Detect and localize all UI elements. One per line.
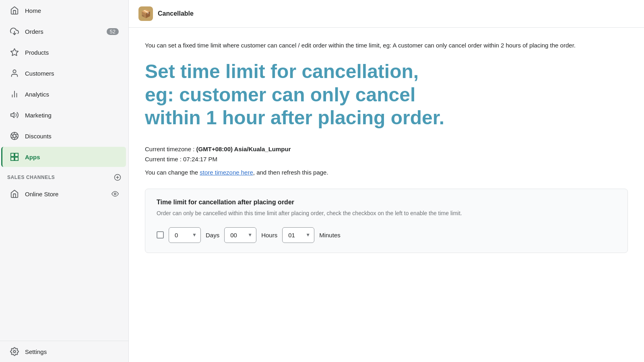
sidebar-item-discounts-label: Discounts: [25, 133, 52, 140]
svg-point-21: [114, 193, 116, 195]
svg-rect-17: [15, 157, 18, 160]
current-time-info: Current time : 07:24:17 PM: [145, 156, 628, 162]
svg-marker-1: [11, 49, 18, 56]
current-time-value: 07:24:17 PM: [183, 156, 217, 162]
sidebar-item-orders-label: Orders: [25, 28, 43, 35]
online-store-label: Online Store: [25, 191, 58, 197]
hero-text: Set time limit for cancellation, eg: cus…: [145, 60, 467, 130]
sidebar: Home Orders 52 Products Customers: [0, 0, 129, 362]
sidebar-item-home[interactable]: Home: [2, 0, 126, 21]
app-header: 📦 Cancellable: [129, 0, 644, 28]
svg-rect-14: [11, 153, 14, 156]
hours-select[interactable]: 00 01 02 03: [224, 227, 256, 243]
timezone-value: (GMT+08:00) Asia/Kuala_Lumpur: [196, 146, 291, 152]
sidebar-item-apps[interactable]: Apps: [1, 147, 126, 167]
customers-icon: [10, 68, 19, 78]
marketing-icon: [10, 110, 19, 120]
sidebar-item-customers[interactable]: Customers: [2, 63, 126, 83]
sidebar-item-products[interactable]: Products: [2, 42, 126, 62]
apps-icon: [10, 152, 19, 162]
time-controls: 0 1 2 3 ▼ Days 00 01 02 03 ▼: [157, 227, 616, 243]
orders-icon: [10, 27, 19, 36]
sidebar-item-analytics-label: Analytics: [25, 91, 49, 98]
sales-channels-section: SALES CHANNELS: [0, 167, 128, 183]
sidebar-item-analytics[interactable]: Analytics: [2, 84, 126, 104]
days-select-wrap: 0 1 2 3 ▼: [169, 227, 201, 243]
add-sales-channel-icon[interactable]: [114, 174, 121, 181]
app-icon: 📦: [138, 6, 153, 21]
svg-point-22: [13, 350, 16, 353]
change-timezone-text: You can change the store timezone here, …: [145, 169, 628, 176]
main-content: 📦 Cancellable You can set a fixed time l…: [129, 0, 644, 362]
store-timezone-link[interactable]: store timezone here: [200, 169, 253, 176]
days-select[interactable]: 0 1 2 3: [169, 227, 201, 243]
sidebar-item-discounts[interactable]: Discounts: [2, 126, 126, 146]
sidebar-item-customers-label: Customers: [25, 70, 54, 77]
hours-label: Hours: [261, 232, 277, 239]
timezone-info: Current timezone : (GMT+08:00) Asia/Kual…: [145, 146, 628, 152]
svg-marker-6: [11, 113, 14, 118]
hours-select-wrap: 00 01 02 03 ▼: [224, 227, 256, 243]
sales-channels-label: SALES CHANNELS: [7, 175, 55, 180]
online-store-eye-icon[interactable]: [111, 190, 119, 197]
minutes-label: Minutes: [319, 232, 341, 239]
sidebar-item-online-store[interactable]: Online Store: [2, 184, 126, 204]
store-icon: [10, 189, 19, 199]
svg-rect-16: [11, 157, 14, 160]
time-limit-section: Time limit for cancellation after placin…: [145, 189, 628, 253]
sidebar-item-home-label: Home: [25, 7, 41, 14]
sidebar-item-apps-label: Apps: [25, 154, 40, 160]
time-limit-desc: Order can only be cancelled within this …: [157, 209, 616, 218]
discounts-icon: [10, 131, 19, 141]
days-label: Days: [206, 232, 219, 239]
sidebar-item-settings[interactable]: Settings: [2, 341, 126, 362]
products-icon: [10, 47, 19, 57]
minutes-select[interactable]: 00 01 02 05 10 15 30: [282, 227, 314, 243]
time-limit-checkbox[interactable]: [157, 231, 164, 239]
home-icon: [10, 6, 19, 15]
settings-label: Settings: [25, 348, 47, 355]
svg-rect-15: [15, 153, 18, 156]
svg-point-2: [13, 70, 16, 73]
sidebar-item-marketing-label: Marketing: [25, 112, 52, 119]
sidebar-bottom: Settings: [0, 341, 128, 362]
minutes-select-wrap: 00 01 02 05 10 15 30 ▼: [282, 227, 314, 243]
settings-icon: [10, 347, 19, 356]
analytics-icon: [10, 89, 19, 99]
app-title: Cancellable: [158, 10, 194, 17]
sidebar-item-products-label: Products: [25, 49, 49, 56]
sidebar-item-marketing[interactable]: Marketing: [2, 105, 126, 125]
sidebar-item-orders[interactable]: Orders 52: [2, 21, 126, 41]
content-body: You can set a fixed time limit where cus…: [129, 28, 644, 266]
time-limit-title: Time limit for cancellation after placin…: [157, 199, 616, 206]
description-text: You can set a fixed time limit where cus…: [145, 41, 628, 50]
orders-badge: 52: [107, 28, 119, 35]
